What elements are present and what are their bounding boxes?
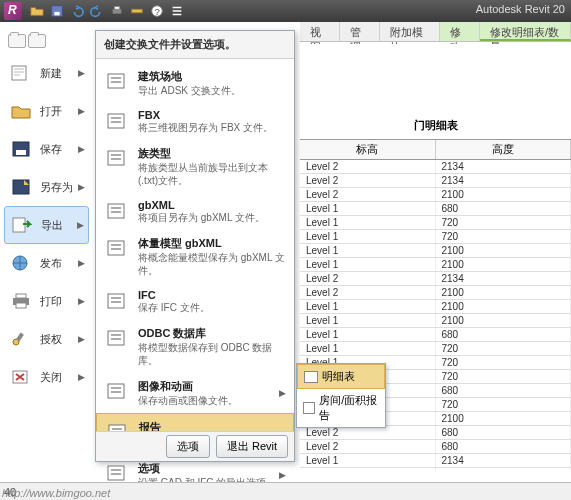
cell-level[interactable]: Level 2 — [300, 440, 436, 453]
cell-level[interactable]: Level 1 — [300, 230, 436, 243]
table-row[interactable]: Level 12134 — [300, 454, 571, 468]
cell-height[interactable]: 2134 — [436, 272, 572, 285]
table-row[interactable]: Level 1680 — [300, 328, 571, 342]
nav-导出[interactable]: 导出▶ — [4, 206, 89, 244]
nav-授权[interactable]: 授权▶ — [4, 320, 89, 358]
cell-level[interactable]: Level 1 — [300, 300, 436, 313]
list-icon[interactable] — [168, 2, 186, 20]
cell-level[interactable]: Level 1 — [300, 454, 436, 467]
table-row[interactable]: Level 1720 — [300, 216, 571, 230]
cell-height[interactable]: 2100 — [436, 244, 572, 257]
cell-height[interactable]: 2134 — [436, 160, 572, 173]
export-图像和动画[interactable]: 图像和动画保存动画或图像文件。▶ — [96, 373, 294, 413]
table-row[interactable]: Level 12100 — [300, 300, 571, 314]
table-row[interactable]: Level 22100 — [300, 188, 571, 202]
export-FBX[interactable]: FBX将三维视图另存为 FBX 文件。 — [96, 103, 294, 140]
cell-height[interactable]: 2134 — [436, 468, 572, 470]
cell-height[interactable]: 680 — [436, 202, 572, 215]
submenu-schedule[interactable]: 明细表 — [297, 364, 385, 389]
cell-height[interactable]: 680 — [436, 384, 572, 397]
export-ODBC 数据库[interactable]: ODBC 数据库将模型数据保存到 ODBC 数据库。 — [96, 320, 294, 373]
export-建筑场地[interactable]: 建筑场地导出 ADSK 交换文件。 — [96, 63, 294, 103]
table-row[interactable]: Level 12100 — [300, 258, 571, 272]
measure-icon[interactable] — [128, 2, 146, 20]
cell-height[interactable]: 720 — [436, 342, 572, 355]
save-icon[interactable] — [48, 2, 66, 20]
export-gbXML[interactable]: gbXML将项目另存为 gbXML 文件。 — [96, 193, 294, 230]
table-row[interactable]: Level 22100 — [300, 286, 571, 300]
nav-关闭[interactable]: 关闭▶ — [4, 358, 89, 396]
export-族类型[interactable]: 族类型将族类型从当前族导出到文本(.txt)文件。 — [96, 140, 294, 193]
redo-icon[interactable] — [88, 2, 106, 20]
tab-modify-schedule[interactable]: 修改明细表/数量 — [480, 22, 571, 41]
nav-另存为[interactable]: 另存为▶ — [4, 168, 89, 206]
table-row[interactable]: Level 22134 — [300, 272, 571, 286]
table-row[interactable]: Level 2680 — [300, 440, 571, 454]
nav-icon — [8, 176, 34, 198]
cell-height[interactable]: 680 — [436, 440, 572, 453]
table-row[interactable]: Level 1720 — [300, 230, 571, 244]
nav-label: 打印 — [40, 294, 78, 309]
cell-height[interactable]: 2134 — [436, 454, 572, 467]
cell-height[interactable]: 720 — [436, 398, 572, 411]
table-row[interactable]: Level 12134 — [300, 468, 571, 470]
exit-revit-button[interactable]: 退出 Revit — [216, 435, 288, 458]
options-button[interactable]: 选项 — [166, 435, 210, 458]
col-level[interactable]: 标高 — [300, 140, 436, 159]
help-icon[interactable]: ? — [148, 2, 166, 20]
col-height[interactable]: 高度 — [436, 140, 572, 159]
table-row[interactable]: Level 2680 — [300, 426, 571, 440]
nav-新建[interactable]: 新建▶ — [4, 54, 89, 92]
cell-height[interactable]: 2100 — [436, 188, 572, 201]
export-flyout: 创建交换文件并设置选项。 建筑场地导出 ADSK 交换文件。FBX将三维视图另存… — [95, 30, 295, 462]
undo-icon[interactable] — [68, 2, 86, 20]
table-row[interactable]: Level 22134 — [300, 160, 571, 174]
recent-toggle[interactable] — [8, 34, 89, 48]
cell-level[interactable]: Level 1 — [300, 342, 436, 355]
nav-保存[interactable]: 保存▶ — [4, 130, 89, 168]
cell-height[interactable]: 2134 — [436, 174, 572, 187]
nav-打印[interactable]: 打印▶ — [4, 282, 89, 320]
cell-height[interactable]: 720 — [436, 356, 572, 369]
cell-level[interactable]: Level 2 — [300, 160, 436, 173]
cell-level[interactable]: Level 2 — [300, 188, 436, 201]
cell-height[interactable]: 2100 — [436, 300, 572, 313]
tab-view[interactable]: 视图 — [300, 22, 340, 41]
cell-height[interactable]: 720 — [436, 230, 572, 243]
cell-level[interactable]: Level 1 — [300, 328, 436, 341]
tab-manage[interactable]: 管理 — [340, 22, 380, 41]
cell-level[interactable]: Level 1 — [300, 202, 436, 215]
nav-发布[interactable]: 发布▶ — [4, 244, 89, 282]
cell-level[interactable]: Level 1 — [300, 314, 436, 327]
cell-height[interactable]: 680 — [436, 426, 572, 439]
table-row[interactable]: Level 1680 — [300, 202, 571, 216]
nav-打开[interactable]: 打开▶ — [4, 92, 89, 130]
table-row[interactable]: Level 1720 — [300, 342, 571, 356]
svg-rect-9 — [16, 150, 26, 155]
table-row[interactable]: Level 12100 — [300, 244, 571, 258]
print-icon[interactable] — [108, 2, 126, 20]
cell-height[interactable]: 2100 — [436, 314, 572, 327]
cell-height[interactable]: 2100 — [436, 412, 572, 425]
cell-height[interactable]: 720 — [436, 216, 572, 229]
submenu-room-area[interactable]: 房间/面积报告 — [297, 389, 385, 427]
cell-height[interactable]: 720 — [436, 370, 572, 383]
cell-height[interactable]: 2100 — [436, 258, 572, 271]
tab-modify[interactable]: 修改 — [440, 22, 480, 41]
cell-level[interactable]: Level 1 — [300, 244, 436, 257]
table-row[interactable]: Level 12100 — [300, 314, 571, 328]
app-logo-icon[interactable] — [4, 2, 22, 20]
cell-level[interactable]: Level 2 — [300, 174, 436, 187]
cell-height[interactable]: 680 — [436, 328, 572, 341]
cell-height[interactable]: 2100 — [436, 286, 572, 299]
export-体量模型 gbXML[interactable]: 体量模型 gbXML将概念能量模型保存为 gbXML 文件。 — [96, 230, 294, 283]
table-row[interactable]: Level 22134 — [300, 174, 571, 188]
cell-level[interactable]: Level 1 — [300, 468, 436, 470]
cell-level[interactable]: Level 2 — [300, 286, 436, 299]
open-icon[interactable] — [28, 2, 46, 20]
cell-level[interactable]: Level 2 — [300, 272, 436, 285]
cell-level[interactable]: Level 1 — [300, 258, 436, 271]
tab-addins[interactable]: 附加模块 — [380, 22, 439, 41]
cell-level[interactable]: Level 1 — [300, 216, 436, 229]
export-IFC[interactable]: IFC保存 IFC 文件。 — [96, 283, 294, 320]
